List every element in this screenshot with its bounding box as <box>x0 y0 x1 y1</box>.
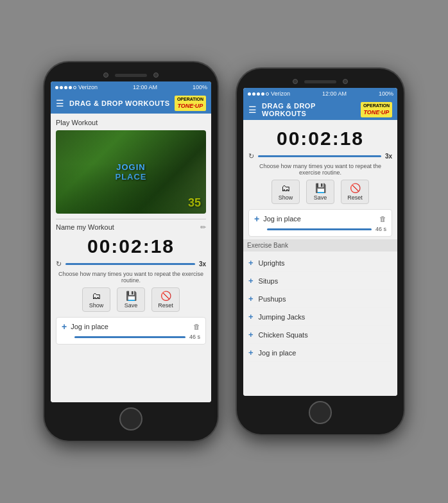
bank-name-4: Chicken Squats <box>259 331 308 339</box>
time-left: 12:00 AM <box>133 84 157 90</box>
exercise-plus-right[interactable]: + <box>254 214 259 224</box>
repeat-icon-right: ↻ <box>248 152 254 160</box>
name-label: Name my Workout <box>56 223 114 232</box>
exercise-row-top-left: + Jog in place 🗑 <box>62 321 200 332</box>
bank-plus-1: + <box>248 276 254 286</box>
bank-item-1[interactable]: + Situps <box>248 272 392 290</box>
repeat-row-right: ↻ 3x <box>248 152 392 160</box>
app-header-right: ☰ DRAG & DROP WORKOUTS OPERATION TONE·UP <box>243 99 397 120</box>
bank-item-4[interactable]: + Chicken Squats <box>248 326 392 344</box>
app-header-left: ☰ DRAG & DROP WORKOUTS OPERATION TONE·UP <box>51 93 211 114</box>
exercise-name-left: Jog in place <box>71 323 193 330</box>
header-title-right: DRAG & DROP WORKOUTS <box>262 102 361 117</box>
save-icon-right: 💾 <box>315 183 326 193</box>
phone-right: Verizon 12:00 AM 100% ☰ DRAG & DROP WORK… <box>237 69 404 434</box>
exercise-bar-row-right: 46 s <box>254 226 386 232</box>
action-buttons-left: 🗂 Show 💾 Save 🚫 Reset <box>56 287 206 312</box>
save-label-left: Save <box>125 302 138 309</box>
show-icon-right: 🗂 <box>281 183 290 193</box>
content-right: 00:02:18 ↻ 3x Choose how many times you … <box>243 120 397 396</box>
signal-dots-right <box>247 90 270 97</box>
timer-right: 00:02:18 <box>248 128 392 149</box>
menu-icon-left[interactable]: ☰ <box>56 98 64 108</box>
phone-bottom-right <box>243 396 397 427</box>
bank-plus-4: + <box>248 330 254 339</box>
action-buttons-right: 🗂 Show 💾 Save 🚫 Reset <box>248 180 392 204</box>
tone-up-badge-right: OPERATION TONE·UP <box>361 102 392 117</box>
video-thumbnail[interactable]: JOGINPLACE 35 <box>56 130 206 214</box>
phone-top-bar-right <box>243 76 397 88</box>
status-left-right: Verizon <box>247 90 290 97</box>
bank-plus-0: + <box>248 258 254 268</box>
exercise-progress-left <box>74 336 185 338</box>
save-icon-left: 💾 <box>126 291 137 301</box>
repeat-row-left: ↻ 3x <box>56 260 206 268</box>
show-button-left[interactable]: 🗂 Show <box>82 287 110 312</box>
sensor-left <box>153 72 159 78</box>
status-bar-right: Verizon 12:00 AM 100% <box>243 88 397 99</box>
exercise-progress-right <box>267 228 372 230</box>
screen-left: Verizon 12:00 AM 100% ☰ DRAG & DROP WORK… <box>51 81 211 402</box>
bank-item-5[interactable]: + Jog in place <box>248 344 392 362</box>
status-left-left: Verizon <box>55 84 98 90</box>
repeat-desc-left: Choose how many times you want to repeat… <box>56 271 206 284</box>
reset-button-left[interactable]: 🚫 Reset <box>151 287 180 312</box>
menu-icon-right[interactable]: ☰ <box>248 105 257 115</box>
save-button-left[interactable]: 💾 Save <box>117 287 145 312</box>
repeat-desc-right: Choose how many times you want to repeat… <box>248 163 392 176</box>
badge-op-left: OPERATION <box>177 97 203 102</box>
carrier-right: Verizon <box>271 90 290 97</box>
battery-right: 100% <box>379 90 393 97</box>
edit-icon[interactable]: ✏ <box>200 223 206 232</box>
reset-icon-left: 🚫 <box>160 291 171 301</box>
exercise-time-right: 46 s <box>375 226 386 232</box>
signal-dots-left <box>55 84 77 90</box>
trash-icon-right[interactable]: 🗑 <box>379 215 386 223</box>
time-right: 12:00 AM <box>322 90 347 97</box>
home-button-left[interactable] <box>119 407 142 431</box>
repeat-bar-left <box>65 263 195 265</box>
reset-button-right[interactable]: 🚫 Reset <box>341 180 369 204</box>
bank-plus-3: + <box>248 312 254 321</box>
carrier-left: Verizon <box>78 84 98 90</box>
bank-item-0[interactable]: + Uprights <box>248 254 392 272</box>
reset-icon-right: 🚫 <box>350 183 361 193</box>
bank-name-1: Situps <box>259 277 279 285</box>
repeat-bar-right <box>258 155 381 157</box>
speaker-right <box>304 80 336 83</box>
repeat-icon-left: ↻ <box>56 260 62 268</box>
reset-label-left: Reset <box>158 302 173 309</box>
home-button-right[interactable] <box>309 401 332 424</box>
header-left-right: ☰ DRAG & DROP WORKOUTS <box>248 102 361 117</box>
trash-icon-left[interactable]: 🗑 <box>193 323 200 330</box>
name-section: Name my Workout ✏ <box>56 223 206 232</box>
exercise-plus-left[interactable]: + <box>62 321 67 332</box>
camera-right <box>293 79 298 84</box>
badge-tu-left: TONE·UP <box>177 103 203 110</box>
play-section-label: Play Workout <box>56 119 98 126</box>
header-title-left: DRAG & DROP WORKOUTS <box>69 99 169 107</box>
repeat-label-right: 3x <box>385 153 392 160</box>
divider-1 <box>56 219 206 219</box>
badge-tu-right: TONE·UP <box>363 109 390 116</box>
bank-plus-5: + <box>248 348 254 357</box>
play-section-header: Play Workout <box>56 119 206 126</box>
show-button-right[interactable]: 🗂 Show <box>271 180 300 204</box>
reset-label-right: Reset <box>347 194 363 201</box>
battery-left: 100% <box>193 84 207 90</box>
header-left-left: ☰ DRAG & DROP WORKOUTS <box>56 98 169 108</box>
exercise-row-right: + Jog in place 🗑 46 s <box>248 209 392 237</box>
bank-item-2[interactable]: + Pushups <box>248 290 392 308</box>
save-button-right[interactable]: 💾 Save <box>306 180 334 204</box>
timer-left: 00:02:18 <box>56 235 206 257</box>
bank-name-2: Pushups <box>259 295 286 303</box>
status-bar-left: Verizon 12:00 AM 100% <box>51 81 211 93</box>
content-left: Play Workout JOGINPLACE 35 Name my Worko… <box>51 114 211 402</box>
save-label-right: Save <box>314 194 327 201</box>
bank-list: + Uprights + Situps + Pushups + Jumping … <box>248 254 392 362</box>
exercise-name-right: Jog in place <box>263 215 379 223</box>
bank-item-3[interactable]: + Jumping Jacks <box>248 308 392 326</box>
tone-up-badge-left: OPERATION TONE·UP <box>175 96 206 110</box>
bank-name-3: Jumping Jacks <box>259 313 306 321</box>
bank-name-5: Jog in place <box>259 349 297 357</box>
